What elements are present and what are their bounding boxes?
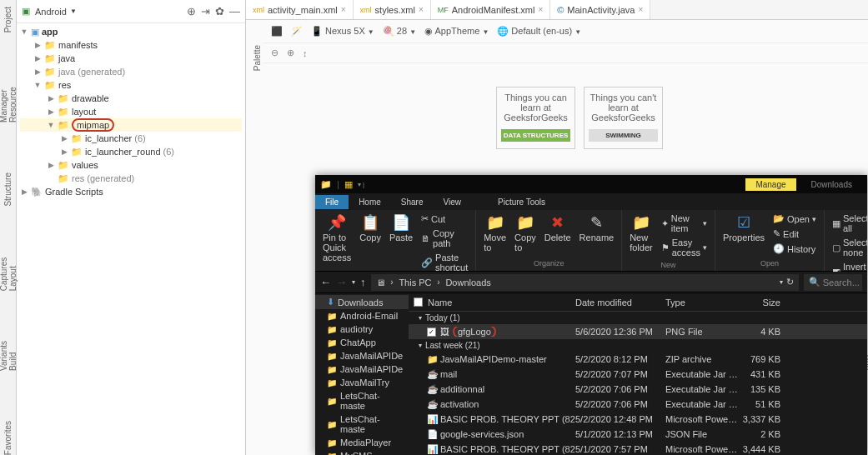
resource-manager-tab[interactable]: Resource Manager bbox=[0, 82, 18, 122]
group-header[interactable]: ▾ Today (1) bbox=[409, 312, 867, 324]
copy-path-button[interactable]: 🗎Copy path bbox=[419, 227, 470, 250]
design-icon[interactable]: ⬛ bbox=[271, 26, 283, 37]
file-row[interactable]: ✓🖼gfgLogo5/6/2020 12:36 PMPNG File4 KB bbox=[409, 324, 867, 339]
back-button[interactable]: ← bbox=[320, 276, 331, 288]
file-row[interactable]: ☕additionnal5/2/2020 7:06 PMExecutable J… bbox=[409, 382, 867, 397]
view-tab[interactable]: View bbox=[434, 195, 472, 209]
recent-button[interactable]: ▾ bbox=[352, 278, 355, 286]
build-variants-tab[interactable]: Build Variants bbox=[0, 341, 18, 371]
tree-values[interactable]: ▶📁values bbox=[20, 158, 242, 172]
close-icon[interactable]: × bbox=[538, 5, 543, 14]
tab-main-activity[interactable]: ©MainActivity.java× bbox=[550, 0, 650, 19]
zoom-in-icon[interactable]: ⊕ bbox=[287, 48, 294, 58]
tab-styles[interactable]: xmlstyles.xml× bbox=[354, 0, 431, 19]
file-row[interactable]: 📊BASIC PROB. THEORY PPT (82 - 93) FI...5… bbox=[409, 412, 867, 427]
address-bar[interactable]: 🖥 › This PC › Downloads ▾↻ bbox=[371, 274, 800, 291]
move-to-button[interactable]: 📁Move to bbox=[481, 212, 509, 254]
easy-access-button[interactable]: ⚑Easy access ▾ bbox=[659, 236, 710, 259]
nav-item[interactable]: 📁audiotry bbox=[315, 322, 409, 336]
target-icon[interactable]: ⊕ bbox=[187, 5, 196, 18]
up-button[interactable]: ↑ bbox=[360, 276, 366, 288]
tab-manifest[interactable]: MFAndroidManifest.xml× bbox=[431, 0, 551, 19]
copy-to-button[interactable]: 📁Copy to bbox=[512, 212, 539, 254]
nav-item[interactable]: 📁JavaMailTry bbox=[315, 376, 409, 389]
new-item-button[interactable]: ✦New item ▾ bbox=[659, 212, 710, 235]
tree-java-gen[interactable]: ▶📁java (generated) bbox=[20, 65, 242, 78]
close-icon[interactable]: × bbox=[638, 5, 643, 14]
api-select[interactable]: 🍭 28 ▼ bbox=[383, 26, 416, 37]
search-box[interactable]: 🔍 Search... bbox=[804, 274, 862, 291]
tree-ic-launcher[interactable]: ▶📁ic_launcher (6) bbox=[20, 132, 242, 145]
forward-button[interactable]: → bbox=[336, 276, 347, 288]
picture-tools-tab[interactable]: Picture Tools bbox=[488, 195, 555, 209]
favorites-tab[interactable]: Favorites bbox=[3, 421, 13, 455]
tree-res[interactable]: ▼📁res bbox=[20, 78, 242, 92]
file-row[interactable]: ☕activation5/2/2020 7:06 PMExecutable Ja… bbox=[409, 397, 867, 412]
gear-icon[interactable]: ✿ bbox=[215, 5, 224, 18]
copy-button[interactable]: 📋Copy bbox=[357, 212, 384, 244]
nav-item[interactable]: 📁LetsChat-maste bbox=[315, 389, 409, 412]
edit-button[interactable]: ✎Edit bbox=[770, 227, 819, 241]
wand-icon[interactable]: 🪄 bbox=[291, 26, 303, 37]
paste-button[interactable]: 📄Paste bbox=[387, 212, 415, 244]
shortcut-icon: 🔗 bbox=[421, 258, 433, 268]
group-header[interactable]: ▾ Last week (21) bbox=[409, 339, 867, 352]
manage-tab[interactable]: Manage bbox=[745, 178, 795, 191]
close-icon[interactable]: × bbox=[341, 5, 346, 14]
nav-item[interactable]: 📁Android-Email bbox=[315, 309, 409, 322]
tree-manifests[interactable]: ▶📁manifests bbox=[20, 38, 242, 52]
rename-button[interactable]: ✎Rename bbox=[577, 212, 617, 244]
structure-tab[interactable]: Structure bbox=[3, 172, 13, 207]
nav-item[interactable]: 📁JavaMailAPIDe bbox=[315, 349, 409, 362]
nav-item[interactable]: 📁MySMS bbox=[315, 449, 409, 455]
device-select[interactable]: 📱 Nexus 5X ▼ bbox=[311, 26, 374, 37]
select-all-button[interactable]: ▦Select all bbox=[830, 212, 868, 235]
locale-select[interactable]: 🌐 Default (en-us) ▼ bbox=[497, 26, 581, 37]
contract-icon[interactable]: ↕ bbox=[303, 48, 308, 58]
select-all-checkbox[interactable] bbox=[414, 298, 423, 307]
share-tab[interactable]: Share bbox=[391, 195, 434, 209]
tree-gradle[interactable]: ▶🐘Gradle Scripts bbox=[20, 185, 242, 198]
tree-app[interactable]: ▼▣app bbox=[20, 25, 242, 38]
panel-title[interactable]: Android ▼ bbox=[35, 7, 77, 17]
properties-button[interactable]: ☑Properties bbox=[720, 212, 767, 244]
theme-select[interactable]: ◉ AppTheme ▼ bbox=[424, 26, 489, 37]
tree-java[interactable]: ▶📁java bbox=[20, 52, 242, 65]
new-folder-button[interactable]: 📁New folder bbox=[627, 212, 655, 254]
home-tab[interactable]: Home bbox=[349, 195, 391, 209]
file-row[interactable]: 📁JavaMailAPIDemo-master5/2/2020 8:12 PMZ… bbox=[409, 352, 867, 367]
file-tab[interactable]: File bbox=[315, 195, 349, 209]
tree-res-gen[interactable]: 📁res (generated) bbox=[20, 172, 242, 185]
open-button[interactable]: 📂Open ▾ bbox=[770, 212, 819, 226]
tree-drawable[interactable]: ▶📁drawable bbox=[20, 92, 242, 105]
nav-item[interactable]: ⬇Downloads bbox=[315, 295, 409, 309]
column-headers[interactable]: Name Date modified Type Size bbox=[409, 293, 867, 312]
tree-ic-launcher-round[interactable]: ▶📁ic_launcher_round (6) bbox=[20, 145, 242, 158]
palette-tab[interactable]: Palette bbox=[248, 45, 262, 71]
project-tab[interactable]: Project bbox=[3, 7, 13, 32]
file-row[interactable]: 📊BASIC PROB. THEORY PPT (82 - 93) FI...5… bbox=[409, 442, 867, 455]
file-row[interactable]: ☕mail5/2/2020 7:07 PMExecutable Jar File… bbox=[409, 367, 867, 382]
nav-item[interactable]: 📁JavaMailAPIDe bbox=[315, 362, 409, 376]
tree-mipmap[interactable]: ▼📁mipmap bbox=[20, 118, 242, 132]
refresh-icon[interactable]: ↻ bbox=[786, 277, 794, 288]
file-row[interactable]: 📄google-services.json5/1/2020 12:13 PMJS… bbox=[409, 427, 867, 442]
history-button[interactable]: 🕘History bbox=[770, 242, 819, 256]
delete-button[interactable]: ✖Delete bbox=[542, 212, 574, 244]
tab-activity-main[interactable]: xmlactivity_main.xml× bbox=[246, 0, 354, 19]
group-label: Organize bbox=[534, 258, 564, 269]
dropdown-icon[interactable]: ▾ | bbox=[358, 181, 364, 188]
hide-icon[interactable]: — bbox=[229, 5, 240, 18]
cut-button[interactable]: ✂Cut bbox=[419, 212, 470, 226]
pin-button[interactable]: 📌Pin to Quick access bbox=[320, 212, 354, 264]
collapse-icon[interactable]: ⇥ bbox=[201, 5, 210, 18]
nav-item[interactable]: 📁MediaPlayer bbox=[315, 436, 409, 449]
tree-layout[interactable]: ▶📁layout bbox=[20, 105, 242, 118]
paste-shortcut-button[interactable]: 🔗Paste shortcut bbox=[419, 251, 470, 274]
layout-captures-tab[interactable]: Layout Captures bbox=[0, 257, 18, 291]
zoom-out-icon[interactable]: ⊖ bbox=[271, 48, 278, 58]
close-icon[interactable]: × bbox=[419, 5, 424, 14]
nav-item[interactable]: 📁LetsChat-maste bbox=[315, 412, 409, 436]
select-none-button[interactable]: ▢Select none bbox=[830, 236, 868, 259]
nav-item[interactable]: 📁ChatApp bbox=[315, 336, 409, 349]
